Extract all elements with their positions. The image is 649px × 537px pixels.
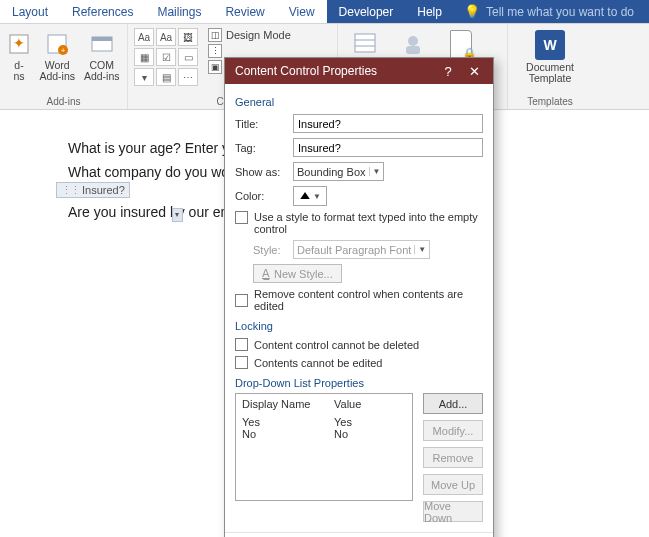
cc-combobox-button[interactable]: ▭ [178, 48, 198, 66]
block-authors-button[interactable] [392, 28, 434, 58]
ribbon-tabbar: Layout References Mailings Review View D… [0, 0, 649, 24]
list-col-display: Display Name [242, 398, 334, 410]
cc-title-text: Insured? [82, 184, 125, 196]
cc-dropdown-button[interactable]: ▾ [134, 68, 154, 86]
content-control-properties-dialog: Content Control Properties ? ✕ General T… [224, 57, 494, 537]
group-label-templates: Templates [514, 96, 586, 107]
tab-help[interactable]: Help [405, 0, 454, 23]
list-header-row: Display Name Value [242, 398, 406, 410]
lock-delete-checkbox[interactable] [235, 338, 248, 351]
add-button[interactable]: Add... [423, 393, 483, 414]
showas-value: Bounding Box [297, 166, 366, 178]
design-mode-button[interactable]: ◫Design Mode [208, 28, 291, 42]
svg-rect-11 [406, 46, 420, 54]
xml-mapping-button[interactable] [344, 28, 386, 58]
tab-layout[interactable]: Layout [0, 0, 60, 23]
word-addins-icon: + [43, 30, 71, 58]
restrict-editing-button[interactable]: 🔒 [440, 28, 482, 58]
cc-grip-icon: ⋮⋮ [61, 184, 79, 197]
lock-edit-checkbox[interactable] [235, 356, 248, 369]
svg-text:+: + [61, 46, 66, 55]
block-authors-icon [399, 30, 427, 58]
tag-input[interactable] [293, 138, 483, 157]
cc-dropdown-caret[interactable]: ▾ [172, 208, 183, 222]
properties-icon: ⋮ [208, 44, 222, 58]
addin-icon: ✦ [5, 30, 33, 58]
section-list: Drop-Down List Properties [235, 377, 483, 389]
color-swatch-icon [299, 191, 311, 201]
style-select: Default Paragraph Font ▼ [293, 240, 430, 259]
dropdown-list-box[interactable]: Display Name Value Yes Yes No No [235, 393, 413, 501]
tell-me-placeholder: Tell me what you want to do [486, 5, 634, 19]
moveup-button: Move Up [423, 474, 483, 495]
document-template-button[interactable]: W Document Template [518, 28, 582, 84]
new-style-icon: A̲ [262, 267, 270, 280]
cc-checkbox-button[interactable]: ☑ [156, 48, 176, 66]
svg-rect-7 [355, 34, 375, 52]
ribbon-group-templates: W Document Template Templates [508, 24, 592, 109]
section-general: General [235, 96, 483, 108]
movedown-button: Move Down [423, 501, 483, 522]
content-control-handle[interactable]: ⋮⋮ Insured? [56, 182, 130, 198]
list-col-value: Value [334, 398, 361, 410]
chevron-down-icon: ▼ [414, 245, 426, 254]
use-style-label: Use a style to format text typed into th… [254, 211, 483, 235]
chevron-down-icon: ▼ [313, 192, 321, 201]
color-picker-button[interactable]: ▼ [293, 186, 327, 206]
showas-select[interactable]: Bounding Box ▼ [293, 162, 384, 181]
modify-button: Modify... [423, 420, 483, 441]
label-title: Title: [235, 118, 287, 130]
dialog-titlebar[interactable]: Content Control Properties ? ✕ [225, 58, 493, 84]
cc-repeating-button[interactable]: ⋯ [178, 68, 198, 86]
cc-plaintext-button[interactable]: Aa [156, 28, 176, 46]
style-value: Default Paragraph Font [297, 244, 411, 256]
lock-delete-label: Content control cannot be deleted [254, 339, 419, 351]
remove-cc-checkbox[interactable] [235, 294, 248, 307]
group-icon: ▣ [208, 60, 222, 74]
doc-line-q3-label: Are you insured by our emp [68, 204, 240, 220]
cc-richtext-button[interactable]: Aa [134, 28, 154, 46]
properties-button[interactable]: ⋮Properties [208, 44, 291, 58]
tab-developer[interactable]: Developer [327, 0, 406, 23]
addins-button[interactable]: ✦ d- ns [6, 28, 32, 82]
xml-mapping-icon [351, 30, 379, 58]
new-style-button: A̲ New Style... [253, 264, 342, 283]
use-style-checkbox[interactable] [235, 211, 248, 224]
dialog-title-text: Content Control Properties [235, 64, 377, 78]
cc-datepicker-button[interactable]: ▤ [156, 68, 176, 86]
label-color: Color: [235, 190, 287, 202]
dialog-help-button[interactable]: ? [435, 64, 461, 79]
title-input[interactable] [293, 114, 483, 133]
list-item[interactable]: Yes Yes [242, 416, 406, 428]
chevron-down-icon: ▼ [369, 167, 381, 176]
svg-rect-6 [92, 37, 112, 41]
restrict-editing-icon: 🔒 [447, 30, 475, 58]
svg-text:✦: ✦ [13, 35, 25, 51]
tell-me-search[interactable]: 💡 Tell me what you want to do [454, 0, 649, 23]
group-label-addins: Add-ins [6, 96, 121, 107]
svg-point-10 [408, 36, 418, 46]
cc-buildingblock-button[interactable]: ▦ [134, 48, 154, 66]
content-control-gallery: Aa Aa 🖼 ▦ ☑ ▭ ▾ ▤ ⋯ [134, 28, 198, 86]
com-addins-icon [88, 30, 116, 58]
remove-button: Remove [423, 447, 483, 468]
tab-view[interactable]: View [277, 0, 327, 23]
remove-cc-label: Remove content control when contents are… [254, 288, 483, 312]
dialog-close-button[interactable]: ✕ [461, 64, 487, 79]
com-addins-button[interactable]: COM Add-ins [83, 28, 122, 82]
section-locking: Locking [235, 320, 483, 332]
list-item[interactable]: No No [242, 428, 406, 440]
label-tag: Tag: [235, 142, 287, 154]
lock-edit-label: Contents cannot be edited [254, 357, 382, 369]
word-addins-button[interactable]: + Word Add-ins [38, 28, 77, 82]
word-template-icon: W [535, 30, 565, 60]
tab-review[interactable]: Review [213, 0, 276, 23]
label-showas: Show as: [235, 166, 287, 178]
tab-references[interactable]: References [60, 0, 145, 23]
label-style: Style: [253, 244, 287, 256]
cc-picture-button[interactable]: 🖼 [178, 28, 198, 46]
tab-mailings[interactable]: Mailings [145, 0, 213, 23]
design-mode-icon: ◫ [208, 28, 222, 42]
lightbulb-icon: 💡 [464, 4, 480, 19]
ribbon-group-addins: ✦ d- ns + Word Add-ins COM Add-ins Add-i… [0, 24, 128, 109]
